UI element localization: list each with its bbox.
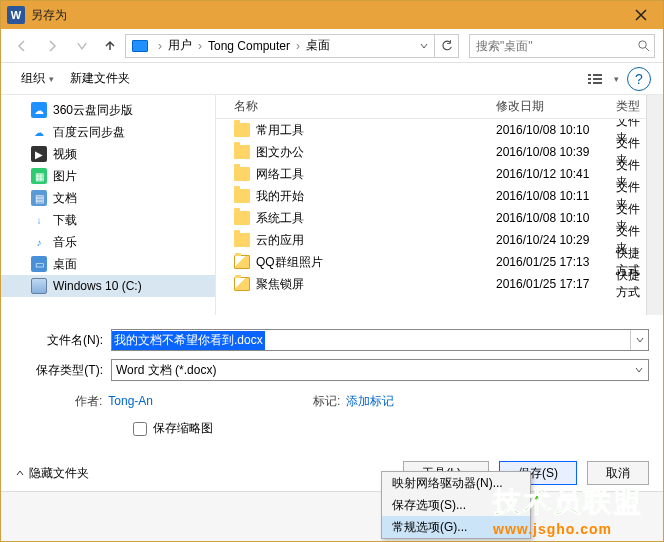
tree-item-label: 下载 [53,212,77,229]
file-date: 2016/10/24 10:29 [496,233,616,247]
back-button[interactable] [9,33,35,59]
table-row[interactable]: 我的开始2016/10/08 10:11文件夹 [216,185,646,207]
table-row[interactable]: 聚焦锁屏2016/01/25 17:17快捷方式 [216,273,646,295]
file-date: 2016/10/08 10:10 [496,123,616,137]
view-mode-button[interactable] [582,67,610,91]
file-date: 2016/10/08 10:10 [496,211,616,225]
tree-item[interactable]: ▤文档 [1,187,215,209]
file-name: 常用工具 [256,122,304,139]
filename-value[interactable]: 我的文档不希望你看到.docx [112,331,265,350]
search-icon [637,39,650,52]
watermark: 技术员联盟 www.jsgho.com [493,483,643,537]
organize-button[interactable]: 组织▾ [13,66,62,91]
table-row[interactable]: 图文办公2016/10/08 10:39文件夹 [216,141,646,163]
svg-rect-2 [593,74,602,76]
col-date[interactable]: 修改日期 [496,98,616,115]
forward-button[interactable] [39,33,65,59]
svg-rect-3 [588,78,591,80]
file-date: 2016/10/12 10:41 [496,167,616,181]
up-button[interactable] [99,33,121,59]
filename-field[interactable]: 我的文档不希望你看到.docx [111,329,649,351]
tree-item[interactable]: ☁360云盘同步版 [1,99,215,121]
crumb-users[interactable]: 用户 [166,37,194,54]
tree-item-label: 视频 [53,146,77,163]
help-button[interactable]: ? [627,67,651,91]
meta-row: 作者:Tong-An 标记:添加标记 [15,389,649,420]
table-row[interactable]: QQ群组照片2016/01/25 17:13快捷方式 [216,251,646,273]
ic-music-icon: ♪ [31,234,47,250]
table-row[interactable]: 常用工具2016/10/08 10:10文件夹 [216,119,646,141]
search-input[interactable] [470,39,632,53]
chevron-down-icon [636,336,644,344]
ic-cloud1-icon: ☁ [31,102,47,118]
view-icon [588,73,604,85]
titlebar: W 另存为 [1,1,663,29]
svg-point-0 [638,41,645,48]
file-name: 网络工具 [256,166,304,183]
col-name[interactable]: 名称 [216,98,496,115]
tree-item[interactable]: ☁百度云同步盘 [1,121,215,143]
cancel-button[interactable]: 取消 [587,461,649,485]
ic-doc-icon: ▤ [31,190,47,206]
close-button[interactable] [619,1,663,29]
tree-item-label: Windows 10 (C:) [53,279,142,293]
chevron-down-icon [75,39,89,53]
recent-dropdown[interactable] [69,33,95,59]
new-folder-button[interactable]: 新建文件夹 [62,66,138,91]
file-name: 聚焦锁屏 [256,276,304,293]
save-thumbnail-label: 保存缩略图 [153,420,213,437]
refresh-button[interactable] [434,35,458,57]
file-date: 2016/01/25 17:13 [496,255,616,269]
close-icon [635,9,647,21]
list-body: 常用工具2016/10/08 10:10文件夹图文办公2016/10/08 10… [216,119,646,315]
tree-item[interactable]: ▦图片 [1,165,215,187]
file-type: 快捷方式 [616,267,646,301]
word-app-icon: W [7,6,25,24]
tree-item[interactable]: ▶视频 [1,143,215,165]
filetype-dropdown[interactable] [630,360,648,380]
folder-icon [234,233,250,247]
file-list: 名称 修改日期 类型 常用工具2016/10/08 10:10文件夹图文办公20… [216,95,646,315]
col-type[interactable]: 类型 [616,98,646,115]
table-row[interactable]: 云的应用2016/10/24 10:29文件夹 [216,229,646,251]
ic-cloud2-icon: ☁ [31,124,47,140]
filetype-select[interactable]: Word 文档 (*.docx) [111,359,649,381]
tree-item[interactable]: ▭桌面 [1,253,215,275]
table-row[interactable]: 网络工具2016/10/12 10:41文件夹 [216,163,646,185]
crumb-user[interactable]: Tong Computer [206,39,292,53]
tags-value[interactable]: 添加标记 [346,394,394,408]
vertical-scrollbar[interactable] [646,95,663,315]
watermark-url: www.jsgho.com [493,521,643,537]
ic-dl-icon: ↓ [31,212,47,228]
tree-item[interactable]: ♪音乐 [1,231,215,253]
hide-folders-toggle[interactable]: 隐藏文件夹 [15,465,89,482]
ic-drive-icon [31,278,47,294]
ic-video-icon: ▶ [31,146,47,162]
crumb-sep: › [154,39,166,53]
tree-item[interactable]: Windows 10 (C:) [1,275,215,297]
list-header: 名称 修改日期 类型 [216,95,646,119]
tree-item-label: 音乐 [53,234,77,251]
chevron-down-icon[interactable]: ▾ [610,74,623,84]
save-form: 文件名(N): 我的文档不希望你看到.docx 保存类型(T): Word 文档… [1,315,663,443]
navbar: › 用户 › Tong Computer › 桌面 [1,29,663,63]
author-value[interactable]: Tong-An [108,394,153,408]
search-box[interactable] [469,34,655,58]
crumb-desktop[interactable]: 桌面 [304,37,332,54]
folder-icon [234,189,250,203]
address-dropdown[interactable] [414,41,434,51]
tree-item-label: 360云盘同步版 [53,102,133,119]
svg-rect-6 [593,82,602,84]
folder-icon [234,167,250,181]
save-thumbnail-checkbox[interactable] [133,422,147,436]
table-row[interactable]: 系统工具2016/10/08 10:10文件夹 [216,207,646,229]
filename-dropdown[interactable] [630,330,648,350]
tree-item[interactable]: ↓下载 [1,209,215,231]
search-button[interactable] [632,39,654,52]
forward-icon [45,39,59,53]
refresh-icon [441,40,453,52]
address-bar[interactable]: › 用户 › Tong Computer › 桌面 [125,34,459,58]
folder-icon [234,123,250,137]
toolbar: 组织▾ 新建文件夹 ▾ ? [1,63,663,95]
filename-label: 文件名(N): [15,332,111,349]
